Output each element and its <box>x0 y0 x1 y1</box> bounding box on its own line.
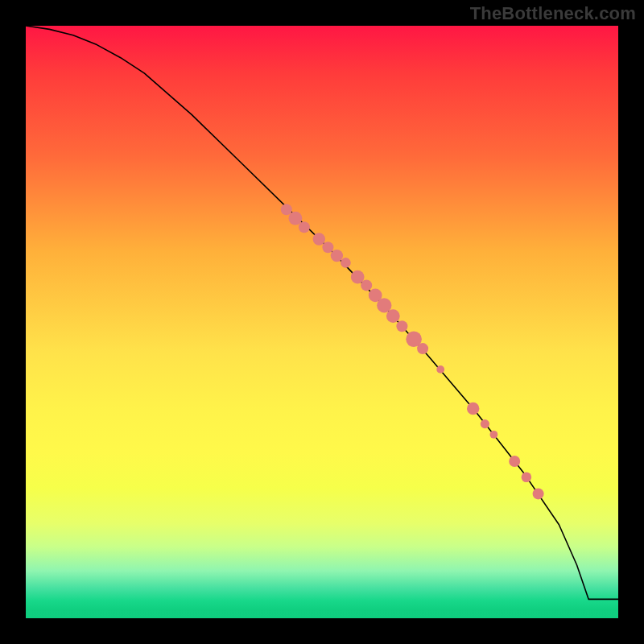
plot-area <box>26 26 618 618</box>
chart-stage: TheBottleneck.com <box>0 0 644 644</box>
watermark-text: TheBottleneck.com <box>470 3 636 24</box>
